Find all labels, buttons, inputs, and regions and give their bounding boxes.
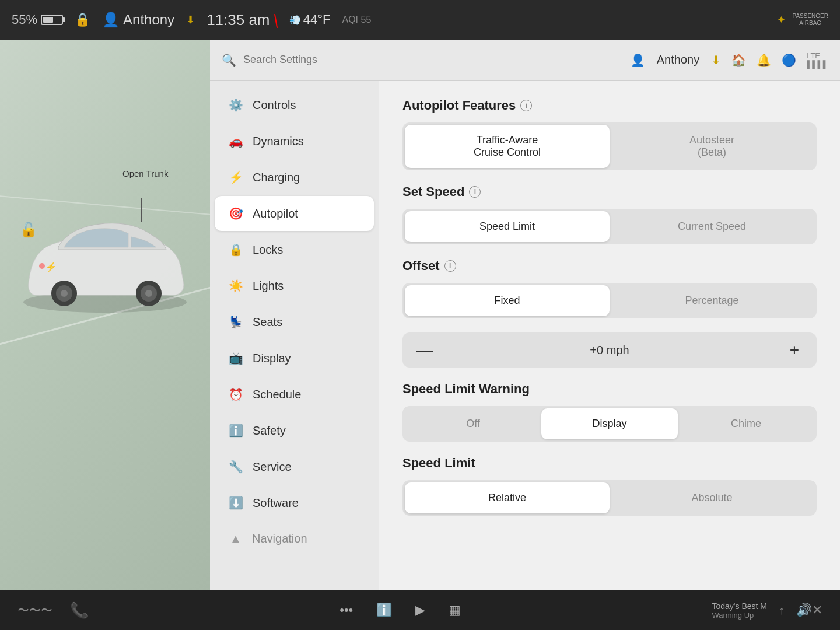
autopilot-icon: 🎯 [229, 206, 243, 220]
star-icon: ✦ [777, 13, 786, 26]
relative-btn[interactable]: Relative [405, 482, 610, 513]
speed-increase-btn[interactable]: + [782, 337, 807, 363]
search-bar: 🔍 👤 Anthony ⬇ 🏠 🔔 🔵 LTE▌▌▌▌ [210, 40, 840, 80]
search-input[interactable] [243, 54, 624, 66]
navigation-icon: ▲ [229, 532, 243, 545]
car-image: ⚡ [12, 203, 198, 320]
speed-value: +0 mph [438, 344, 782, 357]
battery-indicator: 55% [12, 12, 63, 27]
battery-percentage: 55% [12, 12, 37, 27]
open-trunk-label[interactable]: Open Trunk [123, 168, 168, 180]
sidebar-item-navigation[interactable]: ▲ Navigation [215, 522, 374, 556]
chime-btn[interactable]: Chime [678, 408, 814, 439]
percentage-btn[interactable]: Percentage [610, 285, 814, 316]
car-area: ⚡ [0, 145, 210, 378]
info-icon[interactable]: ℹ️ [376, 603, 392, 618]
charging-label: Charging [253, 171, 300, 184]
sidebar-item-service[interactable]: 🔧 Service [215, 449, 374, 484]
fixed-btn[interactable]: Fixed [405, 285, 610, 316]
passenger-airbag: PASSENGER AIRBAG [793, 13, 829, 27]
safety-label: Safety [253, 424, 286, 438]
sidebar-item-software[interactable]: ⬇️ Software [215, 485, 374, 520]
content-area: Autopilot Features i Traffic-AwareCruise… [379, 80, 840, 590]
display-label: Display [253, 352, 291, 365]
dynamics-label: Dynamics [253, 135, 304, 148]
absolute-btn[interactable]: Absolute [610, 482, 814, 513]
controls-icon: ⚙️ [229, 98, 243, 112]
sidebar-item-seats[interactable]: 💺 Seats [215, 304, 374, 340]
offset-info-icon[interactable]: i [444, 260, 456, 272]
sidebar-item-display[interactable]: 📺 Display [215, 341, 374, 376]
service-icon: 🔧 [229, 460, 243, 474]
off-btn[interactable]: Off [405, 408, 541, 439]
sidebar-item-autopilot[interactable]: 🎯 Autopilot [215, 196, 374, 231]
map-area: ⚡ Open Trunk 🔓 [0, 40, 210, 590]
lte-indicator: LTE▌▌▌▌ [807, 51, 828, 69]
home-icon: 🏠 [732, 53, 746, 67]
navigation-label: Navigation [252, 532, 307, 545]
svg-point-3 [61, 290, 68, 297]
taskbar: 〜〜〜 📞 ••• ℹ️ ▶ ▦ Today's Best M Warming … [0, 590, 840, 630]
set-speed-group: Speed Limit Current Speed [402, 209, 817, 244]
schedule-label: Schedule [253, 388, 301, 401]
speed-limit-btn[interactable]: Speed Limit [405, 211, 610, 242]
user-icon-header: 👤 [631, 53, 645, 67]
download-arrow: ⬇ [186, 13, 195, 26]
sidebar-item-lights[interactable]: ☀️ Lights [215, 268, 374, 303]
settings-panel: 🔍 👤 Anthony ⬇ 🏠 🔔 🔵 LTE▌▌▌▌ ⚙️ Controls … [210, 40, 840, 590]
lock-icon: 🔒 [75, 12, 90, 27]
autopilot-label: Autopilot [253, 207, 298, 220]
svg-text:⚡: ⚡ [46, 261, 57, 272]
locks-label: Locks [253, 243, 283, 257]
autosteer-btn[interactable]: Autosteer(Beta) [610, 125, 814, 168]
battery-icon [41, 15, 63, 25]
seats-label: Seats [253, 316, 282, 329]
status-user: 👤 Anthony [102, 12, 174, 28]
sidebar-item-schedule[interactable]: ⏰ Schedule [215, 377, 374, 412]
offset-group: Fixed Percentage [402, 283, 817, 318]
taskbar-center: ••• ℹ️ ▶ ▦ [106, 603, 695, 618]
status-bar: 55% 🔒 👤 Anthony ⬇ 11:35 am 💨 44°F AQI 55… [0, 0, 840, 40]
grid-icon[interactable]: ▦ [449, 603, 461, 618]
status-time: 11:35 am [206, 11, 278, 29]
set-speed-info-icon[interactable]: i [469, 186, 481, 198]
speed-decrease-btn[interactable]: — [412, 337, 438, 363]
media-status: Warming Up [712, 611, 768, 620]
status-username: Anthony [123, 12, 174, 28]
sidebar-item-controls[interactable]: ⚙️ Controls [215, 88, 374, 123]
speed-limit-title: Speed Limit [402, 456, 817, 471]
media-info: Today's Best M Warming Up [712, 601, 768, 620]
play-icon[interactable]: ▶ [415, 603, 425, 618]
svg-point-7 [39, 263, 45, 269]
header-right: 👤 Anthony ⬇ 🏠 🔔 🔵 LTE▌▌▌▌ [631, 51, 828, 69]
header-username: Anthony [657, 53, 699, 66]
current-speed-btn[interactable]: Current Speed [610, 211, 814, 242]
dynamics-icon: 🚗 [229, 134, 243, 148]
speed-control: — +0 mph + [402, 332, 817, 368]
download-icon: ⬇ [711, 53, 721, 67]
sidebar-item-dynamics[interactable]: 🚗 Dynamics [215, 124, 374, 159]
dots-menu[interactable]: ••• [340, 603, 353, 618]
display-icon: 📺 [229, 351, 243, 365]
schedule-icon: ⏰ [229, 387, 243, 401]
sidebar-item-safety[interactable]: ℹ️ Safety [215, 413, 374, 448]
waveform-icon: 〜〜〜 [18, 603, 52, 618]
sidebar-item-charging[interactable]: ⚡ Charging [215, 160, 374, 195]
software-icon: ⬇️ [229, 496, 243, 510]
volume-icon[interactable]: 🔊✕ [796, 603, 822, 618]
phone-icon[interactable]: 📞 [70, 601, 89, 620]
features-info-icon[interactable]: i [520, 100, 532, 111]
locks-icon: 🔒 [229, 243, 243, 257]
wind-icon: 💨 [289, 15, 301, 26]
lights-label: Lights [253, 279, 284, 293]
display-btn[interactable]: Display [541, 408, 678, 439]
speed-limit-warning-title: Speed Limit Warning [402, 382, 817, 397]
autopilot-features-title: Autopilot Features i [402, 98, 817, 113]
download-icon-status: ⬇ [186, 13, 195, 26]
svg-point-6 [145, 290, 152, 297]
phone-symbol: 📞 [70, 601, 89, 620]
sidebar-item-locks[interactable]: 🔒 Locks [215, 232, 374, 267]
traffic-aware-cruise-btn[interactable]: Traffic-AwareCruise Control [405, 125, 610, 168]
bell-icon: 🔔 [757, 53, 771, 67]
taskbar-right: Today's Best M Warming Up ↑ 🔊✕ [712, 601, 823, 620]
